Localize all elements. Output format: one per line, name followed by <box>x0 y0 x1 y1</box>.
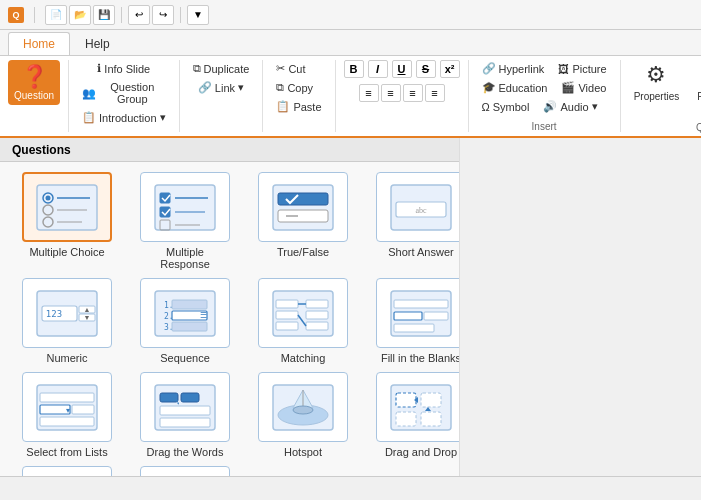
audio-button[interactable]: 🔊 Audio ▾ <box>538 98 602 115</box>
align-center-button[interactable]: ≡ <box>381 84 401 102</box>
numeric-thumb: 123 ▲ ▼ <box>22 278 112 348</box>
cut-button[interactable]: ✂ Cut <box>271 60 326 77</box>
title-bar: Q 📄 📂 💾 ↩ ↪ ▼ <box>0 0 701 30</box>
question-item-hotspot[interactable]: Hotspot <box>248 372 358 458</box>
question-item-matching[interactable]: Matching <box>248 278 358 364</box>
paste-icon: 📋 <box>276 100 290 113</box>
question-item-multiple-choice[interactable]: Multiple Choice <box>12 172 122 270</box>
introduction-button[interactable]: 📋 Introduction ▾ <box>77 109 170 126</box>
svg-rect-0 <box>37 185 97 230</box>
svg-rect-15 <box>273 185 333 230</box>
short-answer-thumb: abc <box>376 172 460 242</box>
row1: ℹ Info Slide <box>92 60 155 77</box>
copy-icon: ⧉ <box>276 81 284 94</box>
question-item-numeric[interactable]: 123 ▲ ▼ Numeric <box>12 278 122 364</box>
picture-button[interactable]: 🖼 Picture <box>553 61 611 77</box>
question-icon: ❓ <box>21 64 48 90</box>
quick-access-toolbar: 📄 📂 💾 ↩ ↪ ▼ <box>45 5 209 25</box>
ribbon: ❓ Question ℹ Info Slide 👥 Question Group… <box>0 56 701 138</box>
bold-button[interactable]: B <box>344 60 364 78</box>
duplicate-button[interactable]: ⧉ Duplicate <box>188 60 255 77</box>
quick1-button[interactable]: ▼ <box>187 5 209 25</box>
sequence-thumb: 1. 2. ☰ 3. <box>140 278 230 348</box>
copy-button[interactable]: ⧉ Copy <box>271 79 326 96</box>
drag-words-icon <box>150 380 220 435</box>
sequence-label: Sequence <box>160 352 210 364</box>
svg-rect-40 <box>276 322 298 330</box>
hyperlink-button[interactable]: 🔗 Hyperlink <box>477 60 550 77</box>
save-button[interactable]: 💾 <box>93 5 115 25</box>
insert-row3: Ω Symbol 🔊 Audio ▾ <box>477 98 612 115</box>
svg-rect-60 <box>160 406 210 415</box>
multiple-choice-icon <box>32 180 102 235</box>
question-item-fill-blanks[interactable]: Fill in the Blanks <box>366 278 460 364</box>
question-item-drag-words[interactable]: Drag the Words <box>130 372 240 458</box>
group-icon: 👥 <box>82 87 96 100</box>
player-button[interactable]: ▶ Player <box>692 60 701 104</box>
question-group-button[interactable]: 👥 Question Group <box>77 79 170 107</box>
svg-rect-52 <box>40 393 94 402</box>
ribbon-section-quiz: ⚙ Properties ▶ Player ▷ Preview ▾ Quiz <box>621 60 701 132</box>
education-button[interactable]: 🎓 Education <box>477 79 553 96</box>
symbol-icon: Ω <box>482 101 490 113</box>
undo-button[interactable]: ↩ <box>128 5 150 25</box>
quiz-row: ⚙ Properties ▶ Player ▷ Preview ▾ <box>629 60 701 116</box>
svg-rect-39 <box>276 311 298 319</box>
question-item-select-lists[interactable]: ▾ Select from Lists <box>12 372 122 458</box>
true-false-thumb <box>258 172 348 242</box>
open-button[interactable]: 📂 <box>69 5 91 25</box>
superscript-button[interactable]: x² <box>440 60 460 78</box>
fill-blanks-label: Fill in the Blanks <box>381 352 460 364</box>
question-item-short-answer[interactable]: abc Short Answer <box>366 172 460 270</box>
svg-rect-56 <box>40 417 94 426</box>
align-left-button[interactable]: ≡ <box>359 84 379 102</box>
select-lists-icon: ▾ <box>32 380 102 435</box>
svg-rect-47 <box>394 300 448 308</box>
chevron-down-icon: ▾ <box>238 81 244 94</box>
status-bar <box>0 476 701 500</box>
paste-button[interactable]: 📋 Paste <box>271 98 326 115</box>
italic-button[interactable]: I <box>368 60 388 78</box>
video-button[interactable]: 🎬 Video <box>556 79 611 96</box>
align-right-button[interactable]: ≡ <box>403 84 423 102</box>
symbol-button[interactable]: Ω Symbol <box>477 99 535 115</box>
svg-rect-55 <box>72 405 94 414</box>
question-item-multiple-response[interactable]: Multiple Response <box>130 172 240 270</box>
select-lists-thumb: ▾ <box>22 372 112 442</box>
question-item-sequence[interactable]: 1. 2. ☰ 3. Sequence <box>130 278 240 364</box>
likert-thumb <box>22 466 112 476</box>
ribbon-section-question: ❓ Question <box>0 60 69 132</box>
drag-drop-label: Drag and Drop <box>385 446 457 458</box>
properties-button[interactable]: ⚙ Properties <box>629 60 685 104</box>
question-item-drag-drop[interactable]: Drag and Drop <box>366 372 460 458</box>
question-item-essay[interactable]: Essay <box>130 466 240 476</box>
underline-button[interactable]: U <box>392 60 412 78</box>
app-icon: Q <box>8 7 24 23</box>
drag-drop-icon <box>386 380 456 435</box>
svg-rect-71 <box>396 412 416 426</box>
svg-text:☰: ☰ <box>200 311 207 320</box>
question-item-likert[interactable]: Likert Scale <box>12 466 122 476</box>
redo-button[interactable]: ↪ <box>152 5 174 25</box>
separator <box>34 7 35 23</box>
svg-rect-49 <box>424 312 448 320</box>
question-label: Question <box>14 90 54 101</box>
hotspot-thumb <box>258 372 348 442</box>
ribbon-section-duplicate: ⧉ Duplicate 🔗 Link ▾ <box>180 60 264 132</box>
hotspot-label: Hotspot <box>284 446 322 458</box>
svg-rect-41 <box>306 300 328 308</box>
drag-words-thumb <box>140 372 230 442</box>
link-button[interactable]: 🔗 Link ▾ <box>193 79 249 96</box>
question-item-true-false[interactable]: True/False <box>248 172 358 270</box>
row1: ⧉ Duplicate <box>188 60 255 77</box>
tab-help[interactable]: Help <box>70 32 125 55</box>
strikethrough-button[interactable]: S <box>416 60 436 78</box>
tab-home[interactable]: Home <box>8 32 70 55</box>
new-button[interactable]: 📄 <box>45 5 67 25</box>
question-button[interactable]: ❓ Question <box>8 60 60 105</box>
true-false-label: True/False <box>277 246 329 258</box>
align-justify-button[interactable]: ≡ <box>425 84 445 102</box>
info-slide-button[interactable]: ℹ Info Slide <box>92 60 155 77</box>
svg-rect-17 <box>278 210 328 222</box>
row2: 🔗 Link ▾ <box>193 79 249 96</box>
